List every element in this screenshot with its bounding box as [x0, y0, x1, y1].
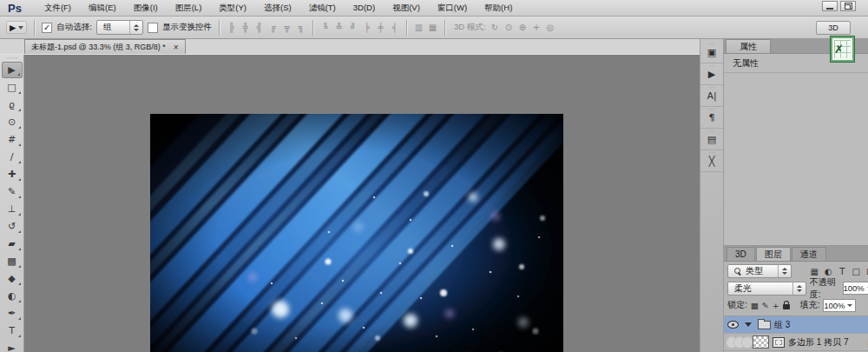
clone-source-panel-icon[interactable]: ▣	[700, 42, 723, 63]
type-tool[interactable]: T	[2, 322, 23, 339]
dodge-tool[interactable]: ◐	[2, 288, 23, 304]
filter-smart-objects-icon[interactable]: ⊡	[865, 267, 868, 276]
eraser-tool[interactable]: ▰	[2, 236, 23, 252]
layers-panel: 类型 ▦◐T□⊡ 柔光 不透明度:	[724, 262, 868, 352]
layer-thumbnail[interactable]	[753, 335, 769, 349]
menu-item[interactable]: 文件(F)	[36, 0, 80, 16]
rectangular-marquee-tool[interactable]: □	[2, 79, 23, 96]
excel-file-icon[interactable]: ✗	[831, 37, 854, 62]
filter-pixel-layers-icon[interactable]: ▦	[809, 267, 820, 276]
mode-3d-icon[interactable]: ◎	[545, 23, 555, 32]
show-transform-checkbox[interactable]	[148, 23, 158, 33]
blend-mode-dropdown[interactable]: 柔光	[727, 282, 806, 296]
expand-triangle-icon[interactable]	[745, 322, 752, 327]
move-tool[interactable]: ▶	[2, 62, 23, 78]
menu-item[interactable]: 视图(V)	[384, 0, 429, 16]
close-icon[interactable]: ×	[174, 43, 179, 52]
align-icon[interactable]: ╡	[390, 23, 399, 32]
gradient-tool[interactable]: ▩	[2, 253, 23, 269]
character-panel-icon[interactable]: A|	[700, 85, 723, 107]
auto-select-checkbox[interactable]: ✓	[42, 23, 52, 33]
align-icon[interactable]: ╪	[376, 23, 385, 32]
pen-tool[interactable]: ✒	[2, 305, 23, 322]
menu-item[interactable]: 窗口(W)	[429, 0, 476, 16]
mode-3d-icon[interactable]: ⊕	[517, 23, 527, 32]
menu-item[interactable]: 图层(L)	[167, 0, 211, 16]
document-area: 未标题-1.psd @ 33.3% (组 3, RGB/8) * × ⋯⋯ ▶	[0, 39, 700, 352]
layer-row-group[interactable]: 组 3	[724, 316, 868, 334]
chevron-down-icon	[847, 304, 852, 307]
align-icon[interactable]: ╦	[282, 23, 292, 32]
spot-healing-brush-tool[interactable]: ✚	[2, 166, 23, 183]
crop-tool[interactable]: #	[2, 131, 23, 148]
canvas-artwork[interactable]	[150, 114, 563, 352]
align-icon[interactable]: ╣	[254, 23, 264, 32]
vector-mask-icon[interactable]	[773, 337, 785, 348]
menu-item[interactable]: 3D(D)	[345, 0, 384, 16]
clone-stamp-tool[interactable]: ⊥	[2, 201, 23, 217]
lasso-tool[interactable]: ϱ	[2, 96, 23, 113]
excel-x-glyph: ✗	[834, 43, 844, 55]
fill-input[interactable]: 100%	[823, 299, 856, 312]
layer-comps-panel-icon[interactable]: ▤	[700, 129, 723, 150]
minimize-button[interactable]	[822, 1, 838, 11]
panel-tab[interactable]: 3D	[727, 247, 755, 261]
lock-position-icon[interactable]: +	[773, 301, 779, 310]
menu-item[interactable]: 编辑(E)	[80, 0, 125, 16]
menu-item[interactable]: 滤镜(T)	[300, 0, 345, 16]
filter-shape-layers-icon[interactable]: □	[851, 267, 862, 276]
mode-3d-icon[interactable]: ⊙	[503, 23, 513, 32]
auto-select-label: 自动选择:	[56, 22, 92, 33]
align-icon[interactable]: ╔	[268, 23, 278, 32]
artwork-image	[150, 114, 563, 352]
brush-tool[interactable]: ✎	[2, 183, 23, 200]
layer-filter-dropdown[interactable]: 类型	[727, 264, 792, 278]
menu-item[interactable]: 帮助(H)	[476, 0, 521, 16]
panel-tab[interactable]: 图层	[756, 247, 791, 261]
path-selection-tool[interactable]: ►	[2, 340, 23, 352]
panel-grip-icon[interactable]: ⋯⋯	[6, 56, 18, 62]
layer-name: 多边形 1 拷贝 7	[788, 336, 848, 349]
mode-3d-icon[interactable]: ↻	[490, 23, 499, 32]
tool-presets-panel-icon[interactable]: ╳	[700, 150, 723, 172]
align-icon[interactable]: ╩	[334, 23, 344, 32]
stepper-icon	[129, 21, 142, 34]
current-tool-chip[interactable]: ▶	[6, 21, 27, 34]
quick-selection-tool[interactable]: ⊙	[2, 114, 23, 130]
align-icon[interactable]: ╝	[348, 23, 358, 32]
history-brush-tool[interactable]: ↺	[2, 218, 23, 235]
menu-item[interactable]: 类型(Y)	[210, 0, 255, 16]
menu-item[interactable]: 图像(I)	[125, 0, 167, 16]
visibility-eye-icon[interactable]	[727, 321, 739, 329]
align-icon[interactable]: ╬	[240, 23, 250, 32]
lock-transparent-icon[interactable]: ▦	[751, 301, 759, 310]
eyedropper-tool[interactable]: ∕	[2, 149, 23, 165]
lock-all-icon[interactable]	[783, 304, 790, 309]
menu-item[interactable]: 选择(S)	[255, 0, 300, 16]
blur-tool[interactable]: ◆	[2, 270, 23, 287]
document-tab[interactable]: 未标题-1.psd @ 33.3% (组 3, RGB/8) * ×	[24, 39, 186, 54]
paragraph-panel-icon[interactable]: ¶	[700, 107, 723, 129]
distribute-icon[interactable]: ▥	[414, 23, 424, 32]
restore-button[interactable]	[840, 1, 856, 11]
distribute-icon[interactable]: ▦	[428, 23, 437, 32]
opacity-input[interactable]: 100%	[843, 282, 868, 295]
mode-3d-icon[interactable]: +	[531, 23, 541, 32]
menu-bar: Ps 文件(F)编辑(E)图像(I)图层(L)类型(Y)选择(S)滤镜(T)3D…	[0, 0, 868, 17]
align-icons-group-a: ╠╬╣╔╦╗	[227, 23, 306, 32]
fill-label: 填充:	[800, 299, 820, 311]
filter-adjustment-layers-icon[interactable]: ◐	[823, 267, 834, 276]
filter-type-layers-icon[interactable]: T	[837, 267, 848, 276]
align-icon[interactable]: ╚	[320, 23, 330, 32]
layer-row[interactable]: 多边形 1 拷贝 7 fx	[724, 334, 868, 351]
actions-panel-icon[interactable]: ▶	[700, 63, 723, 85]
align-icon[interactable]: ╗	[296, 23, 306, 32]
auto-select-dropdown[interactable]: 组	[96, 20, 143, 35]
lock-paint-icon[interactable]: ✎	[762, 301, 769, 310]
workspace-3d-button[interactable]: 3D	[816, 21, 851, 35]
align-icon[interactable]: ╠	[227, 23, 236, 32]
panel-tab[interactable]: 通道	[792, 247, 826, 261]
canvas-area[interactable]	[24, 55, 700, 352]
align-icon[interactable]: ╞	[362, 23, 372, 32]
tab-properties[interactable]: 属性	[726, 39, 771, 53]
